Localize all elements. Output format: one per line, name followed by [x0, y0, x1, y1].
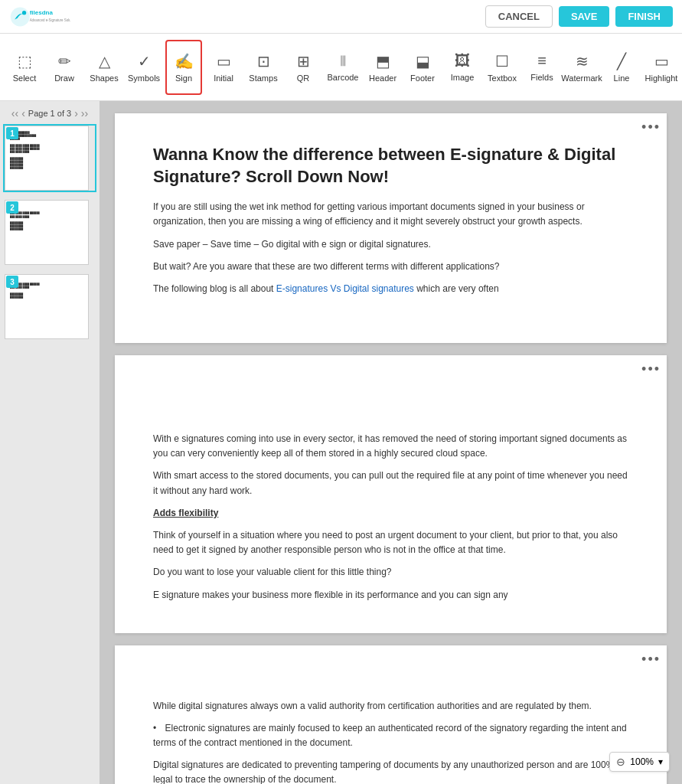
page-2-heading: Adds flexibility: [153, 506, 628, 521]
page-num-2: 2: [6, 201, 18, 214]
svg-point-1: [22, 11, 26, 15]
page-1-para4-prefix: The following blog is all about: [153, 283, 276, 294]
page-2-section: ••• With e signatures coming into use in…: [115, 355, 667, 633]
tool-shapes[interactable]: △Shapes: [86, 40, 122, 95]
sign-icon: ✍: [175, 52, 194, 70]
page-3-menu-button[interactable]: •••: [641, 652, 661, 668]
prev-page-button[interactable]: ‹‹: [11, 107, 18, 119]
next-page-single-button[interactable]: ›: [74, 107, 78, 119]
page-1-para4-suffix: which are very often: [414, 283, 499, 294]
sign-label: Sign: [175, 74, 192, 83]
footer-icon: ⬓: [416, 52, 430, 70]
content-area[interactable]: ••• Wanna Know the difference between E-…: [100, 101, 682, 784]
barcode-label: Barcode: [328, 73, 359, 82]
symbols-label: Symbols: [128, 74, 160, 83]
page-2-menu-button[interactable]: •••: [641, 361, 661, 377]
tool-barcode[interactable]: ⦀Barcode: [325, 40, 361, 95]
next-page-button[interactable]: ››: [81, 107, 88, 119]
tool-footer[interactable]: ⬓Footer: [404, 40, 441, 95]
select-icon: ⬚: [18, 52, 32, 70]
page-1-para2: Save paper – Save time – Go digital with…: [153, 237, 628, 252]
draw-label: Draw: [54, 74, 74, 83]
tool-select[interactable]: ⬚Select: [6, 40, 43, 95]
tool-fields[interactable]: ≡Fields: [524, 40, 560, 95]
textbox-label: Textbox: [488, 74, 517, 83]
symbols-icon: ✓: [138, 52, 151, 70]
thumbnail-container: 1█████████████████████████████████████ █…: [3, 124, 96, 347]
page-3-para1: While digital signatures always own a va…: [153, 699, 628, 714]
tool-draw[interactable]: ✏Draw: [46, 40, 83, 95]
highlight-icon: ▭: [654, 52, 669, 70]
sidebar: ‹‹ ‹ Page 1 of 3 › ›› 1█████████████████…: [0, 101, 100, 784]
tool-stamps[interactable]: ⊡Stamps: [245, 40, 282, 95]
page-1-para3: But wait? Are you aware that these are t…: [153, 260, 628, 274]
fields-label: Fields: [530, 73, 553, 82]
zoom-level: 100%: [630, 756, 654, 767]
qr-label: QR: [297, 74, 310, 83]
page-1-document: Wanna Know the difference between E-sign…: [115, 113, 667, 343]
page-navigation: ‹‹ ‹ Page 1 of 3 › ››: [3, 107, 96, 119]
textbox-icon: ☐: [495, 52, 509, 70]
image-label: Image: [451, 73, 475, 82]
draw-icon: ✏: [58, 52, 71, 70]
header-icon: ⬒: [376, 52, 390, 70]
zoom-dropdown-icon[interactable]: ▾: [658, 756, 663, 767]
page-2-para2: With smart access to the stored document…: [153, 469, 628, 498]
tool-watermark[interactable]: ≋Watermark: [563, 40, 600, 95]
tool-header[interactable]: ⬒Header: [364, 40, 401, 95]
initial-label: Initial: [214, 74, 233, 83]
zoom-out-button[interactable]: ⊖: [616, 756, 625, 768]
page-2-para4: Do you want to lose your valuable client…: [153, 565, 628, 580]
svg-text:Advanced e-Signature Solution: Advanced e-Signature Solution: [30, 18, 70, 22]
initial-icon: ▭: [217, 52, 231, 70]
cancel-button[interactable]: CANCEL: [485, 5, 553, 28]
page-1-section: ••• Wanna Know the difference between E-…: [115, 113, 667, 343]
page-2-para3: Think of yourself in a situation where y…: [153, 528, 628, 557]
page-1-para1: If you are still using the wet ink metho…: [153, 200, 628, 229]
image-icon: 🖼: [455, 52, 470, 70]
tool-qr[interactable]: ⊞QR: [285, 40, 321, 95]
watermark-label: Watermark: [561, 74, 602, 83]
top-actions: CANCEL SAVE FINISH: [485, 5, 673, 28]
tool-line[interactable]: ╱Line: [603, 40, 640, 95]
page-thumb-2[interactable]: 2███ ████ ████ █████████ ████ ██████████…: [3, 198, 96, 266]
tool-textbox[interactable]: ☐Textbox: [484, 40, 520, 95]
tool-sign[interactable]: ✍Sign: [165, 40, 202, 95]
page-3-section: ••• While digital signatures always own …: [115, 645, 667, 784]
barcode-icon: ⦀: [340, 52, 346, 70]
footer-label: Footer: [410, 74, 435, 83]
prev-page-single-button[interactable]: ‹: [21, 107, 25, 119]
stamps-icon: ⊡: [257, 52, 270, 70]
toolbar: ⬚Select✏Draw△Shapes✓Symbols✍Sign▭Initial…: [0, 34, 682, 101]
page-num-1: 1: [6, 127, 18, 139]
tool-image[interactable]: 🖼Image: [444, 40, 481, 95]
tool-symbols[interactable]: ✓Symbols: [126, 40, 162, 95]
page-3-bullet1: • Electronic signatures are mainly focus…: [153, 721, 628, 750]
page-1-title: Wanna Know the difference between E-sign…: [153, 144, 628, 188]
page-2-para5: E signature makes your business more fle…: [153, 588, 628, 603]
tool-highlight[interactable]: ▭Highlight: [643, 40, 680, 95]
header-label: Header: [369, 74, 396, 83]
tool-initial[interactable]: ▭Initial: [205, 40, 242, 95]
fields-icon: ≡: [537, 52, 547, 70]
page-num-3: 3: [6, 276, 18, 288]
page-thumb-1[interactable]: 1█████████████████████████████████████ █…: [3, 124, 96, 192]
shapes-icon: △: [99, 52, 110, 70]
finish-button[interactable]: FINISH: [615, 6, 673, 27]
page-2-document: With e signatures coming into use in eve…: [115, 355, 667, 633]
line-icon: ╱: [617, 52, 626, 70]
main-layout: ‹‹ ‹ Page 1 of 3 › ›› 1█████████████████…: [0, 101, 682, 784]
page-1-menu-button[interactable]: •••: [641, 119, 661, 136]
save-button[interactable]: SAVE: [559, 6, 609, 27]
page-3-document: While digital signatures always own a va…: [115, 645, 667, 784]
zoom-controls: ⊖ 100% ▾: [609, 752, 670, 772]
page-thumb-3[interactable]: 3███ ████ ████ █████████ ████ ██████████…: [3, 273, 96, 341]
watermark-icon: ≋: [576, 52, 589, 70]
select-label: Select: [13, 74, 37, 83]
content-wrapper: ••• Wanna Know the difference between E-…: [100, 101, 682, 784]
logo: filesdna Advanced e-Signature Solution: [9, 5, 70, 29]
page-1-para4-link[interactable]: E-signatures Vs Digital signatures: [276, 283, 414, 294]
page-2-para1: With e signatures coming into use in eve…: [153, 432, 628, 461]
qr-icon: ⊞: [297, 52, 310, 70]
page-indicator: Page 1 of 3: [28, 109, 71, 118]
